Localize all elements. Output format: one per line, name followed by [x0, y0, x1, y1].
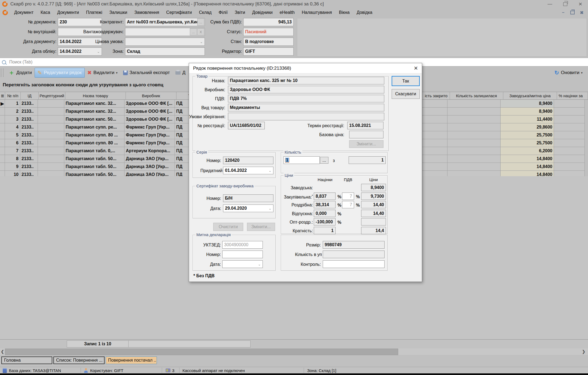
- reg-number-field[interactable]: UA/11685/01/02: [228, 122, 265, 129]
- chevron-down-icon[interactable]: ⌄: [258, 262, 263, 266]
- menu-item[interactable]: Налаштування: [298, 10, 336, 15]
- menu-item[interactable]: Філії: [215, 10, 231, 15]
- base-price-field[interactable]: [349, 131, 383, 138]
- customs-number-field[interactable]: [222, 251, 263, 258]
- markup-field[interactable]: 0,000: [314, 210, 336, 217]
- product-vat-label: ПДВ:: [194, 96, 225, 101]
- change-base-price-button[interactable]: Змінити...: [349, 140, 383, 148]
- reg-term-field[interactable]: 15.08.2021: [347, 122, 383, 129]
- quantity-more-button[interactable]: ...: [320, 157, 328, 164]
- menu-item[interactable]: Звіти: [231, 10, 249, 15]
- price-field[interactable]: 14,40: [361, 201, 386, 208]
- quantity-input[interactable]: 1: [284, 156, 320, 164]
- refresh-button[interactable]: ↻Оновити▾: [552, 68, 585, 77]
- markup-field[interactable]: -100,000: [314, 218, 336, 225]
- price-field[interactable]: 9,7300: [361, 193, 386, 200]
- cancel-button[interactable]: Скасувати: [392, 89, 420, 99]
- record-navigator-panel: [128, 340, 251, 347]
- contractor-label: Контрагент:: [63, 20, 124, 25]
- column-header[interactable]: Виробник: [126, 92, 176, 100]
- dialog-close-icon[interactable]: ✕: [410, 63, 422, 73]
- certificate-number-field[interactable]: Б/Н: [223, 194, 273, 202]
- menu-item[interactable]: Довідники: [249, 10, 276, 15]
- cell-factory-price: 25,7500: [501, 139, 554, 147]
- menu-item[interactable]: eHealth: [276, 10, 298, 15]
- column-header[interactable]: Рецептурний: [39, 92, 65, 100]
- window-tab[interactable]: Повернення постачал ..: [106, 356, 157, 364]
- price-field[interactable]: 14,40: [361, 210, 386, 217]
- cell-product-name: Парацетамол табл. 50...: [64, 163, 124, 171]
- add-button[interactable]: ＋Додати: [6, 68, 35, 77]
- cell-id: 2133..: [20, 147, 38, 155]
- print-button[interactable]: Д: [173, 68, 188, 77]
- cell-vendor: Здоровье ООО ФК [...: [124, 100, 175, 108]
- column-header[interactable]: ≣: [0, 92, 5, 100]
- column-header[interactable]: Заводська/митна ціна: [503, 92, 557, 100]
- column-header[interactable]: % націнки за: [557, 92, 588, 100]
- price-field[interactable]: 14,4: [361, 227, 386, 234]
- close-icon[interactable]: ✕: [573, 0, 588, 8]
- export-button[interactable]: Загальний експорт: [120, 68, 173, 77]
- horizontal-scrollbar[interactable]: ❮ ❯: [0, 348, 588, 355]
- series-valid-field[interactable]: 01.04.2022⌄: [223, 167, 273, 174]
- product-vat-field[interactable]: ПДВ 7%: [228, 95, 384, 102]
- minimize-icon[interactable]: —: [542, 0, 557, 8]
- menu-item[interactable]: Довідка: [353, 10, 376, 15]
- window-tab[interactable]: Список: Повернення ...: [53, 356, 105, 364]
- price-row-label: Опт-роздр.:: [283, 220, 313, 225]
- price-field[interactable]: [361, 218, 386, 225]
- cell-prescription: [38, 163, 64, 171]
- vat-field[interactable]: 7: [342, 193, 354, 200]
- product-kind-label: Вид товару:: [194, 105, 225, 110]
- toolbar-drag-handle-icon[interactable]: [1, 69, 4, 77]
- window-tab-bar: ГоловнаСписок: Повернення ...Повернення …: [0, 356, 588, 366]
- certificate-date-field[interactable]: 29.04.2020⌄: [223, 205, 273, 212]
- markup-field[interactable]: 38,314: [314, 201, 336, 208]
- chevron-down-icon[interactable]: ⌄: [269, 206, 273, 211]
- price-field[interactable]: 8,9400: [361, 184, 386, 191]
- storage-conditions-field[interactable]: [228, 113, 384, 120]
- menu-item[interactable]: Склад: [195, 10, 215, 15]
- markup-field[interactable]: 8,837: [314, 193, 336, 200]
- column-header[interactable]: ІД: [21, 92, 39, 100]
- menu-item[interactable]: Замовлення: [131, 10, 163, 15]
- menu-item[interactable]: Сертифікати: [163, 10, 195, 15]
- customs-date-field[interactable]: ⌄: [222, 260, 263, 268]
- app-menu-icon[interactable]: [2, 10, 8, 15]
- maximize-icon[interactable]: [557, 0, 573, 8]
- vat-field[interactable]: 7: [342, 201, 354, 208]
- window-tab[interactable]: Головна: [1, 356, 52, 364]
- delete-button[interactable]: ✖Видалити▾: [85, 68, 120, 77]
- menu-item[interactable]: Документ: [11, 10, 37, 15]
- reg-number-label: № реєстрації:: [194, 123, 225, 128]
- certificate-clear-button[interactable]: Очистити: [213, 223, 243, 231]
- control-field[interactable]: [323, 260, 385, 268]
- menu-item[interactable]: Платежі: [83, 10, 106, 15]
- column-header[interactable]: Кількість залишилася: [450, 92, 503, 100]
- product-vendor-field[interactable]: Здоровье ООО ФК: [228, 86, 384, 93]
- menu-item[interactable]: Каса: [37, 10, 54, 15]
- uktzed-field[interactable]: 3004900000: [222, 241, 263, 249]
- mdi-minimize-icon[interactable]: –: [559, 9, 568, 16]
- chevron-down-icon[interactable]: ⌄: [269, 169, 273, 173]
- ok-button[interactable]: Так: [392, 76, 420, 86]
- product-kind-field[interactable]: Медикаменты: [228, 104, 384, 111]
- column-header[interactable]: Назва товару: [65, 92, 126, 100]
- markup-field[interactable]: 1: [314, 227, 336, 234]
- series-number-field[interactable]: 120420: [223, 157, 273, 164]
- mdi-restore-icon[interactable]: [568, 9, 577, 16]
- cell-row-number: 9: [5, 163, 20, 171]
- scroll-right-icon[interactable]: ❯: [581, 348, 586, 355]
- status-field: Пасивний: [243, 28, 294, 36]
- cell-factory-price: 11,4400: [501, 115, 554, 123]
- certificate-change-button[interactable]: Змінити...: [247, 223, 275, 231]
- scrollbar-thumb[interactable]: [5, 349, 398, 355]
- menu-item[interactable]: Вікна: [336, 10, 353, 15]
- mdi-close-icon[interactable]: ✖: [577, 9, 586, 16]
- menu-item[interactable]: Залишки: [106, 10, 131, 15]
- product-name-field[interactable]: Парацетамол капс. 325 мг № 10: [228, 77, 384, 84]
- column-header[interactable]: № п/п: [5, 92, 21, 100]
- menu-item[interactable]: Документи: [54, 10, 83, 15]
- scroll-left-icon[interactable]: ❮: [0, 348, 5, 355]
- edit-row-button[interactable]: ✎Редагувати рядок: [35, 68, 85, 78]
